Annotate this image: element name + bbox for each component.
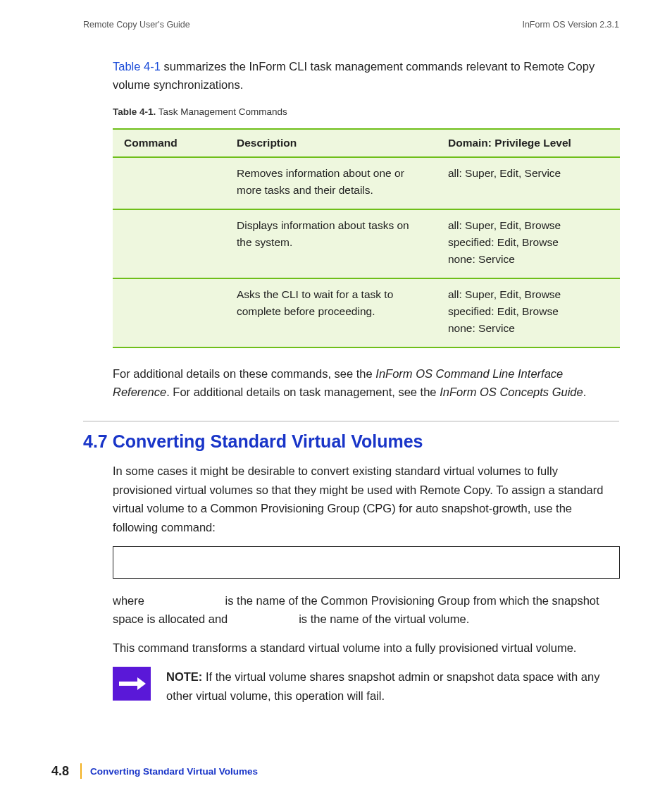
footer-title: Converting Standard Virtual Volumes [90,766,258,777]
table-caption-text: Task Management Commands [156,106,287,117]
table-row: Displays information about tasks on the … [113,209,620,278]
p2-gap1 [148,594,222,607]
cell-domain: all: Super, Edit, Browse specified: Edit… [437,278,620,347]
section-heading: 4.7 Converting Standard Virtual Volumes [83,431,619,452]
header-left: Remote Copy User's Guide [83,20,190,30]
table-caption-label: Table 4-1. [113,106,156,117]
p2-text-c: is the name of the virtual volume. [296,612,470,625]
section-p1: In some cases it might be desirable to c… [83,462,619,536]
cell-command [113,209,225,278]
page-content: Table 4-1 summarizes the InForm CLI task… [0,30,672,705]
p2-gap2 [231,612,296,625]
table-row: Asks the CLI to wait for a task to compl… [113,278,620,347]
page-footer: 4.8 Converting Standard Virtual Volumes [0,763,672,779]
table-header-row: Command Description Domain: Privilege Le… [113,129,620,157]
cell-description: Asks the CLI to wait for a task to compl… [225,278,437,347]
commands-table: Command Description Domain: Privilege Le… [113,128,620,348]
page-header: Remote Copy User's Guide InForm OS Versi… [0,0,672,30]
cell-description: Removes information about one or more ta… [225,157,437,209]
note-body: If the virtual volume shares snapshot ad… [166,670,599,701]
svg-rect-0 [119,682,137,686]
after-table-text-b: . For additional details on task managem… [166,386,440,398]
footer-divider [80,763,82,779]
th-description: Description [225,129,437,157]
cell-domain: all: Super, Edit, Browse specified: Edit… [437,209,620,278]
after-table-text-c: . [583,386,587,398]
section-divider [83,421,619,421]
th-command: Command [113,129,225,157]
note-label: NOTE: [166,670,202,683]
table-row: Removes information about one or more ta… [113,157,620,209]
command-box [113,546,620,579]
note-block: NOTE: If the virtual volume shares snaps… [113,667,619,705]
after-table-ref2: InForm OS Concepts Guide [440,386,583,398]
cell-command [113,157,225,209]
note-text: NOTE: If the virtual volume shares snaps… [166,667,619,705]
p2-text-a: where [113,594,148,607]
after-table-paragraph: For additional details on these commands… [83,365,619,401]
page-number: 4.8 [51,764,79,779]
table-caption: Table 4-1. Task Management Commands [83,106,619,117]
table-ref-link[interactable]: Table 4-1 [113,60,161,73]
section-p3: This command transforms a standard virtu… [83,639,619,657]
intro-paragraph: Table 4-1 summarizes the InForm CLI task… [83,58,619,94]
cell-domain: all: Super, Edit, Service [437,157,620,209]
svg-marker-1 [137,677,146,690]
header-right: InForm OS Version 2.3.1 [522,20,619,30]
arrow-right-icon [113,667,151,701]
section-p2: where is the name of the Common Provisio… [83,591,619,629]
intro-text: summarizes the InForm CLI task managemen… [113,60,595,91]
th-domain: Domain: Privilege Level [437,129,620,157]
cell-description: Displays information about tasks on the … [225,209,437,278]
cell-command [113,278,225,347]
after-table-text-a: For additional details on these commands… [113,367,375,380]
